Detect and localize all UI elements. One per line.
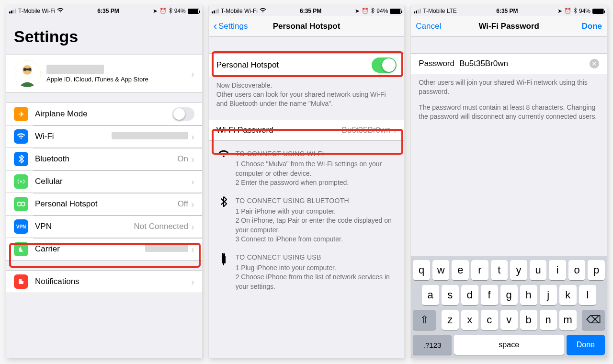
instr-title: TO CONNECT USING USB bbox=[236, 253, 397, 262]
personal-hotspot-cell[interactable]: Personal Hotspot Off › bbox=[6, 193, 202, 216]
instr-line: 2 On iPhone, tap Pair or enter the code … bbox=[236, 216, 397, 235]
wifi-password-cell[interactable]: Wi-Fi Password Bu5t35Br0wn › bbox=[209, 120, 405, 141]
carrier-cell[interactable]: Carrier › bbox=[6, 238, 202, 261]
usb-icon bbox=[216, 253, 231, 291]
backspace-key[interactable]: ⌫ bbox=[582, 310, 605, 330]
keyboard-done-key[interactable]: Done bbox=[567, 335, 605, 355]
instr-line: 2 Choose iPhone from the list of network… bbox=[236, 273, 397, 291]
connect-wifi-block: TO CONNECT USING WI-FI 1 Choose "Mulva" … bbox=[209, 141, 405, 188]
cell-label: VPN bbox=[35, 222, 134, 231]
status-time: 6:35 PM bbox=[300, 8, 321, 14]
vpn-cell[interactable]: VPN VPN Not Connected › bbox=[6, 216, 202, 238]
key-e[interactable]: e bbox=[452, 260, 469, 280]
key-d[interactable]: d bbox=[461, 285, 478, 305]
connect-usb-block: TO CONNECT USING USB 1 Plug iPhone into … bbox=[209, 244, 405, 291]
vpn-icon: VPN bbox=[14, 219, 28, 234]
bluetooth-cell[interactable]: Bluetooth On › bbox=[6, 148, 202, 171]
key-i[interactable]: i bbox=[549, 260, 566, 280]
back-label: Settings bbox=[218, 22, 248, 31]
cell-value bbox=[112, 132, 188, 141]
status-bar: T-Mobile LTE 6:35 PM ➤ ⏰ 94% bbox=[411, 6, 607, 16]
key-a[interactable]: a bbox=[422, 285, 439, 305]
key-j[interactable]: j bbox=[540, 285, 557, 305]
key-q[interactable]: q bbox=[413, 260, 430, 280]
svg-rect-12 bbox=[224, 253, 224, 254]
instr-line: 1 Plug iPhone into your computer. bbox=[236, 263, 397, 273]
signal-icon bbox=[414, 9, 421, 13]
cell-value bbox=[145, 244, 188, 254]
battery-pct: 94% bbox=[174, 8, 186, 14]
chevron-right-icon: › bbox=[191, 131, 194, 142]
key-h[interactable]: h bbox=[520, 285, 537, 305]
key-r[interactable]: r bbox=[471, 260, 488, 280]
key-n[interactable]: n bbox=[540, 310, 557, 330]
cell-label: Personal Hotspot bbox=[35, 199, 178, 209]
cell-label: Airplane Mode bbox=[35, 109, 172, 119]
personal-hotspot-screen: T-Mobile Wi-Fi 6:35 PM ➤ ⏰ 94% ‹ Setting… bbox=[208, 6, 405, 358]
key-f[interactable]: f bbox=[481, 285, 498, 305]
battery-icon bbox=[390, 9, 401, 14]
cell-label: Notifications bbox=[35, 277, 191, 286]
password-field-cell[interactable]: Password Bu5t35Br0wn ✕ bbox=[411, 53, 607, 74]
shift-key[interactable]: ⇧ bbox=[413, 310, 436, 330]
keyboard[interactable]: qwertyuiop asdfghjkl ⇧ zxcvbnm ⌫ .?123 s… bbox=[411, 256, 607, 358]
wifi-icon bbox=[57, 8, 64, 14]
airplane-toggle[interactable] bbox=[172, 107, 194, 121]
password-value[interactable]: Bu5t35Br0wn bbox=[459, 59, 590, 68]
clear-icon[interactable]: ✕ bbox=[590, 59, 599, 68]
status-bar: T-Mobile Wi-Fi 6:35 PM ➤ ⏰ 94% bbox=[6, 6, 202, 16]
instr-line: 3 Connect to iPhone from computer. bbox=[236, 235, 397, 244]
cancel-button[interactable]: Cancel bbox=[416, 22, 441, 31]
key-o[interactable]: o bbox=[568, 260, 586, 280]
carrier-label: T-Mobile Wi-Fi bbox=[18, 8, 55, 14]
key-m[interactable]: m bbox=[559, 310, 577, 330]
bluetooth-settings-icon bbox=[14, 152, 28, 166]
cell-label: Wi-Fi Password bbox=[216, 125, 342, 135]
chevron-right-icon: › bbox=[191, 244, 194, 255]
battery-icon bbox=[592, 9, 604, 14]
footer-line: Other users will join your shared Wi-Fi … bbox=[419, 78, 599, 96]
cell-label: Wi-Fi bbox=[35, 132, 112, 141]
key-row-2: asdfghjkl bbox=[413, 285, 605, 305]
hotspot-toggle-cell[interactable]: Personal Hotspot bbox=[209, 53, 405, 77]
key-x[interactable]: x bbox=[461, 310, 478, 330]
key-p[interactable]: p bbox=[588, 260, 605, 280]
key-z[interactable]: z bbox=[442, 310, 459, 330]
wifi-password-screen: T-Mobile LTE 6:35 PM ➤ ⏰ 94% Cancel Wi-F… bbox=[410, 6, 607, 358]
key-t[interactable]: t bbox=[491, 260, 508, 280]
hotspot-toggle[interactable] bbox=[372, 57, 397, 73]
cellular-cell[interactable]: Cellular › bbox=[6, 171, 202, 193]
key-u[interactable]: u bbox=[530, 260, 547, 280]
key-y[interactable]: y bbox=[510, 260, 527, 280]
instr-title: TO CONNECT USING BLUETOOTH bbox=[236, 196, 397, 206]
key-k[interactable]: k bbox=[559, 285, 577, 305]
settings-screen: T-Mobile Wi-Fi 6:35 PM ➤ ⏰ 94% Settings … bbox=[6, 6, 203, 358]
status-time: 6:35 PM bbox=[97, 8, 119, 14]
key-b[interactable]: b bbox=[520, 310, 537, 330]
chevron-right-icon: › bbox=[191, 68, 194, 80]
alarm-icon: ⏰ bbox=[362, 8, 369, 14]
signal-icon bbox=[212, 9, 219, 13]
chevron-right-icon: › bbox=[191, 199, 194, 210]
key-l[interactable]: l bbox=[579, 285, 596, 305]
notifications-cell[interactable]: Notifications › bbox=[6, 270, 202, 293]
done-button[interactable]: Done bbox=[582, 22, 602, 31]
key-row-1: qwertyuiop bbox=[413, 260, 605, 280]
key-g[interactable]: g bbox=[500, 285, 518, 305]
back-button[interactable]: ‹ Settings bbox=[214, 21, 248, 32]
svg-point-9 bbox=[22, 278, 24, 281]
apple-id-cell[interactable]: Apple ID, iCloud, iTunes & App Store › bbox=[6, 55, 202, 93]
password-footer: Other users will join your shared Wi-Fi … bbox=[411, 74, 607, 125]
key-c[interactable]: c bbox=[481, 310, 498, 330]
airplane-mode-cell[interactable]: ✈︎ Airplane Mode bbox=[6, 102, 202, 125]
mode-key[interactable]: .?123 bbox=[413, 335, 451, 355]
space-key[interactable]: space bbox=[454, 335, 564, 355]
hotspot-icon bbox=[14, 197, 28, 211]
key-v[interactable]: v bbox=[500, 310, 518, 330]
discoverable-footer: Now Discoverable. Other users can look f… bbox=[209, 77, 405, 112]
wifi-cell[interactable]: Wi-Fi › bbox=[6, 125, 202, 148]
key-s[interactable]: s bbox=[442, 285, 459, 305]
status-time: 6:35 PM bbox=[496, 8, 518, 14]
status-bar: T-Mobile Wi-Fi 6:35 PM ➤ ⏰ 94% bbox=[209, 6, 405, 16]
key-w[interactable]: w bbox=[432, 260, 450, 280]
